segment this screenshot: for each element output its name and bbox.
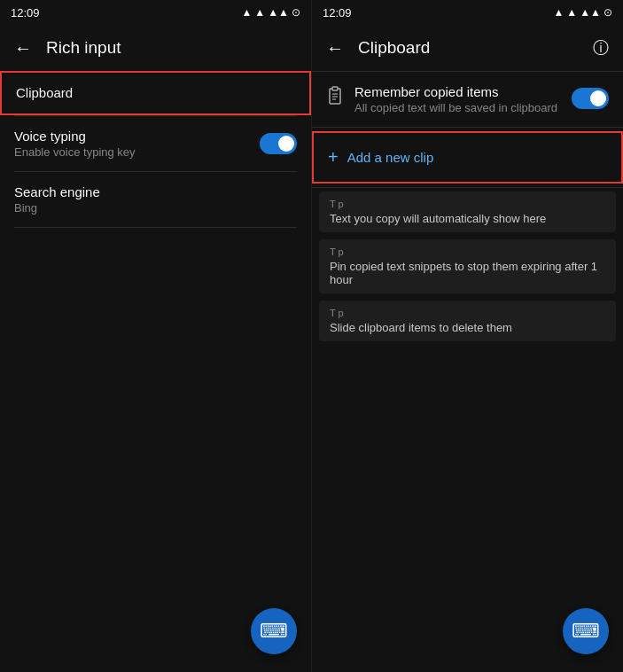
add-clip-label: Add a new clip: [347, 150, 434, 165]
clip-item-2[interactable]: T p Slide clipboard items to delete them: [319, 301, 616, 341]
voice-typing-subtitle: Enable voice typing key: [14, 145, 136, 159]
clip-item-1[interactable]: T p Pin copied text snippets to stop the…: [319, 239, 616, 293]
right-network-icon: ▲▲: [580, 6, 601, 19]
right-keyboard-icon: ⌨: [572, 620, 600, 643]
left-status-bar: 12:09 ▲ ▲ ▲▲ ⊙: [0, 0, 311, 25]
clip-item-2-tp: T p: [330, 308, 605, 318]
right-status-time: 12:09: [323, 6, 352, 20]
menu-item-clipboard[interactable]: Clipboard: [0, 71, 311, 115]
left-page-title: Rich input: [46, 38, 121, 58]
menu-item-search-engine[interactable]: Search engine Bing: [0, 172, 311, 227]
clip-item-0[interactable]: T p Text you copy will automatically sho…: [319, 191, 616, 232]
right-battery-icon: ⊙: [604, 6, 612, 19]
battery-icon: ⊙: [292, 6, 300, 19]
network-icon: ▲▲: [268, 6, 289, 19]
left-panel: 12:09 ▲ ▲ ▲▲ ⊙ ← Rich input Clipboard Vo…: [0, 0, 311, 672]
signal-icon: ▲: [254, 6, 265, 19]
right-back-button[interactable]: ←: [326, 38, 344, 59]
search-engine-subtitle: Bing: [14, 201, 297, 215]
left-back-button[interactable]: ←: [14, 38, 32, 59]
left-status-time: 12:09: [11, 6, 40, 20]
right-divider-3: [312, 187, 623, 188]
keyboard-icon: ⌨: [260, 620, 288, 643]
right-divider-2: [312, 127, 623, 128]
clip-item-1-text: Pin copied text snippets to stop them ex…: [330, 260, 605, 286]
voice-typing-label: Voice typing: [14, 129, 136, 144]
left-fab-keyboard[interactable]: ⌨: [251, 608, 297, 654]
remember-copied-row: Remember copied items All copied text wi…: [312, 72, 623, 127]
search-engine-label: Search engine: [14, 184, 297, 199]
menu-item-voice-typing[interactable]: Voice typing Enable voice typing key: [0, 116, 311, 171]
svg-rect-1: [332, 87, 338, 90]
right-signal-icon: ▲: [566, 6, 577, 19]
wifi-icon: ▲: [241, 6, 252, 19]
clipboard-label: Clipboard: [16, 85, 73, 100]
remember-copied-title: Remember copied items: [354, 84, 561, 99]
clipboard-icon: [326, 86, 344, 110]
right-wifi-icon: ▲: [553, 6, 564, 19]
right-status-bar: 12:09 ▲ ▲ ▲▲ ⊙: [312, 0, 623, 25]
clip-item-0-tp: T p: [330, 199, 605, 209]
remember-copied-subtitle: All copied text will be saved in clipboa…: [354, 101, 561, 114]
remember-copied-text: Remember copied items All copied text wi…: [354, 84, 561, 114]
clip-item-2-text: Slide clipboard items to delete them: [330, 321, 605, 334]
right-status-icons: ▲ ▲ ▲▲ ⊙: [553, 6, 612, 19]
info-icon[interactable]: ⓘ: [593, 37, 609, 59]
clip-item-0-text: Text you copy will automatically show he…: [330, 212, 605, 225]
divider-3: [14, 227, 297, 228]
remember-copied-toggle[interactable]: [572, 88, 609, 109]
left-status-icons: ▲ ▲ ▲▲ ⊙: [241, 6, 300, 19]
right-fab-keyboard[interactable]: ⌨: [563, 608, 609, 654]
right-page-title: Clipboard: [358, 38, 430, 58]
right-panel: 12:09 ▲ ▲ ▲▲ ⊙ ← Clipboard ⓘ Remember co…: [311, 0, 623, 672]
clip-item-1-tp: T p: [330, 246, 605, 257]
right-top-bar: ← Clipboard ⓘ: [312, 25, 623, 71]
add-clip-plus-icon: +: [328, 147, 339, 168]
voice-typing-toggle[interactable]: [260, 133, 297, 154]
left-top-bar: ← Rich input: [0, 25, 311, 71]
add-clip-button[interactable]: + Add a new clip: [312, 131, 623, 184]
